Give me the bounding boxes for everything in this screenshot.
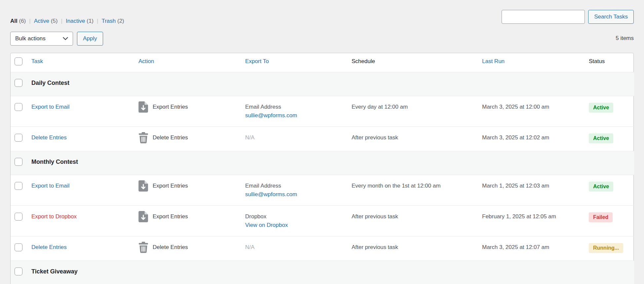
filter-inactive[interactable]: Inactive (1) (66, 18, 94, 24)
filter-active-count: (5) (51, 18, 58, 24)
bulk-actions-selected-value: Bulk actions (15, 35, 46, 42)
action-label: Export Entries (153, 103, 188, 111)
last-run-text: March 1, 2025 at 12:03 am (482, 183, 549, 189)
task-table-body: Daily Contest Export to Email Export Ent… (11, 72, 634, 284)
last-run-text: March 3, 2025 at 12:00 am (482, 104, 549, 110)
action-cell: Delete Entries (138, 132, 242, 143)
filter-inactive-count: (1) (87, 18, 94, 24)
chevron-down-icon (63, 35, 68, 42)
status-badge: Failed (589, 212, 613, 222)
filter-active-link[interactable]: Active (34, 18, 49, 24)
form-group-title: Ticket Giveaway (31, 268, 78, 275)
form-group-title: Daily Contest (31, 80, 69, 86)
action-label: Delete Entries (153, 243, 188, 252)
filter-active[interactable]: Active (5) (34, 18, 58, 24)
row-checkbox[interactable] (15, 79, 22, 87)
export-file-icon (138, 211, 148, 222)
row-checkbox[interactable] (15, 182, 22, 190)
schedule-text: Every day at 12:00 am (352, 104, 408, 110)
apply-button[interactable]: Apply (77, 32, 103, 46)
last-run-text: March 3, 2025 at 12:02 am (482, 134, 549, 141)
filter-all-link[interactable]: All (10, 18, 18, 24)
schedule-text: Every month on the 1st at 12:00 am (352, 183, 440, 189)
column-header-status: Status (589, 53, 634, 72)
form-group-row: Monthly Contest (11, 151, 634, 175)
trash-icon (138, 242, 148, 253)
task-row: Export to Email Export Entries Email Add… (11, 96, 634, 127)
row-checkbox[interactable] (15, 158, 22, 166)
status-badge: Active (589, 133, 613, 143)
export-to-na: N/A (245, 133, 348, 142)
form-group-row: Daily Contest (11, 72, 634, 96)
search-tasks-button[interactable]: Search Tasks (588, 10, 634, 24)
export-to-link[interactable]: sullie@wpforms.com (245, 112, 297, 119)
action-cell: Export Entries (138, 180, 242, 192)
task-row: Delete Entries Delete Entries N/A (11, 236, 634, 261)
filter-inactive-link[interactable]: Inactive (66, 18, 85, 24)
action-cell: Delete Entries (138, 242, 242, 253)
tasks-list-page: All (6)|Active (5)|Inactive (1)|Trash (2… (0, 0, 644, 284)
column-header-last-run[interactable]: Last Run (482, 58, 505, 64)
row-checkbox[interactable] (15, 213, 22, 221)
tasks-table: Task Action Export To Schedule Last Run … (10, 53, 634, 284)
row-checkbox[interactable] (15, 134, 22, 142)
last-run-text: February 1, 2025 at 12:05 am (482, 213, 556, 220)
status-badge: Active (589, 103, 613, 113)
export-file-icon (138, 101, 148, 113)
last-run-text: March 3, 2025 at 12:07 am (482, 244, 549, 250)
task-row: Export to Email Export Entries Email Add… (11, 175, 634, 206)
export-to-link[interactable]: View on Dropbox (245, 222, 288, 228)
filter-trash-count: (2) (117, 18, 124, 24)
filter-all-count: (6) (19, 18, 26, 24)
action-cell: Export Entries (138, 211, 242, 222)
schedule-text: After previous task (352, 244, 398, 250)
filter-separator: | (97, 18, 98, 24)
items-count: 5 items (616, 35, 634, 42)
trash-icon (138, 132, 148, 143)
export-to-label: Email Address (245, 103, 348, 111)
filter-trash[interactable]: Trash (2) (101, 18, 124, 24)
task-name-link[interactable]: Export to Email (31, 183, 69, 189)
status-filter-bar: All (6)|Active (5)|Inactive (1)|Trash (2… (10, 18, 124, 24)
bulk-actions-select[interactable]: Bulk actions (10, 32, 73, 46)
export-to-na: N/A (245, 243, 348, 252)
filter-separator: | (61, 18, 62, 24)
action-label: Export Entries (153, 182, 188, 190)
action-cell: Export Entries (138, 101, 242, 113)
action-label: Delete Entries (153, 133, 188, 142)
action-label: Export Entries (153, 212, 188, 221)
row-checkbox[interactable] (15, 103, 22, 111)
table-header-row: Task Action Export To Schedule Last Run … (11, 53, 634, 72)
search-group: Search Tasks (502, 10, 634, 24)
column-header-export-to[interactable]: Export To (245, 58, 269, 64)
status-badge: Running... (589, 243, 623, 253)
task-name-link[interactable]: Export to Email (31, 104, 69, 110)
form-group-title: Monthly Contest (31, 159, 78, 165)
task-name-link[interactable]: Export to Dropbox (31, 213, 77, 220)
task-name-link[interactable]: Delete Entries (31, 134, 67, 141)
task-row: Export to Dropbox Export Entries Dropbox… (11, 206, 634, 236)
search-input[interactable] (502, 10, 585, 24)
form-group-row: Ticket Giveaway (11, 261, 634, 284)
schedule-text: After previous task (352, 134, 398, 141)
schedule-text: After previous task (352, 213, 398, 220)
export-to-label: Dropbox (245, 212, 348, 221)
select-all-checkbox[interactable] (15, 57, 22, 65)
filter-trash-link[interactable]: Trash (101, 18, 116, 24)
export-file-icon (138, 180, 148, 192)
column-header-task[interactable]: Task (31, 58, 43, 64)
filter-separator: | (29, 18, 30, 24)
bulk-actions-group: Bulk actions Apply (10, 32, 103, 46)
row-checkbox[interactable] (15, 267, 22, 275)
export-to-link[interactable]: sullie@wpforms.com (245, 191, 297, 197)
column-header-schedule: Schedule (352, 53, 482, 72)
task-row: Delete Entries Delete Entries N/A (11, 127, 634, 151)
filter-all[interactable]: All (6) (10, 18, 26, 24)
column-header-action[interactable]: Action (138, 58, 154, 64)
export-to-label: Email Address (245, 182, 348, 190)
row-checkbox[interactable] (15, 243, 22, 251)
task-name-link[interactable]: Delete Entries (31, 244, 67, 250)
status-badge: Active (589, 182, 613, 192)
